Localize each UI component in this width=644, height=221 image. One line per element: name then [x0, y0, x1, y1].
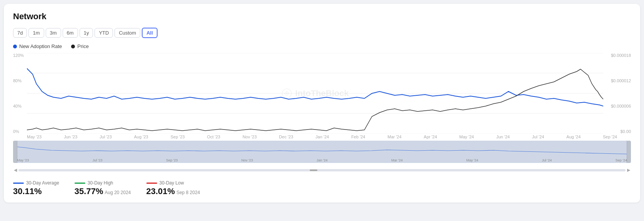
filter-btn-7d[interactable]: 7d: [13, 28, 27, 38]
filter-btn-1y[interactable]: 1y: [80, 28, 93, 38]
adoption-rate-label: New Adoption Rate: [19, 43, 62, 49]
page-title: Network: [13, 12, 631, 22]
price-dot: [71, 45, 75, 48]
filter-btn-3m[interactable]: 3m: [46, 28, 61, 38]
x-axis: May '23 Jun '23 Jul '23 Aug '23 Sep '23 …: [13, 134, 631, 139]
stat-average-label: 30-Day Average: [13, 180, 59, 186]
y-axis-left: 120% 80% 40% 0%: [13, 53, 27, 134]
filter-btn-ytd[interactable]: YTD: [95, 28, 113, 38]
stat-low: 30-Day Low 23.01%Sep 8 2024: [146, 180, 200, 196]
adoption-rate-dot: [13, 45, 17, 48]
filter-btn-custom[interactable]: Custom: [115, 28, 140, 38]
mini-handle-right[interactable]: [627, 141, 631, 163]
filter-btn-1m[interactable]: 1m: [28, 28, 44, 38]
main-chart-area: 120% 80% 40% 0% $0.000018 $0.000012 $0.0…: [13, 53, 631, 134]
price-label: Price: [77, 43, 89, 49]
chart-inner: IntoTheBlock: [27, 53, 603, 134]
stat-low-label: 30-Day Low: [146, 180, 200, 186]
stat-high-value: 35.77%Aug 20 2024: [75, 186, 131, 196]
mini-chart-area[interactable]: May '23 Jul '23 Sep '23 Nov '23 Jan '24 …: [13, 141, 631, 163]
scrollbar-track[interactable]: [18, 169, 626, 171]
stat-low-value: 23.01%Sep 8 2024: [146, 186, 200, 196]
stat-high-label: 30-Day High: [75, 180, 131, 186]
scrollbar-thumb[interactable]: [310, 169, 317, 171]
time-filters: 7d1m3m6m1yYTDCustomAll: [13, 28, 631, 38]
main-container: Network 7d1m3m6m1yYTDCustomAll New Adopt…: [4, 4, 640, 203]
y-axis-right: $0.000018 $0.000012 $0.000006 $0.00: [604, 53, 631, 134]
stat-average: 30-Day Average 30.11%: [13, 180, 59, 196]
main-chart-svg: [27, 53, 603, 134]
stat-high: 30-Day High 35.77%Aug 20 2024: [75, 180, 131, 196]
stat-low-line: [146, 183, 157, 184]
filter-btn-all[interactable]: All: [142, 28, 158, 38]
legend: New Adoption Rate Price: [13, 43, 631, 49]
filter-btn-6m[interactable]: 6m: [63, 28, 78, 38]
legend-price[interactable]: Price: [71, 43, 89, 49]
mini-handle-left[interactable]: [13, 141, 17, 163]
stat-average-line: [13, 183, 24, 184]
stat-high-line: [75, 183, 85, 184]
legend-adoption-rate[interactable]: New Adoption Rate: [13, 43, 62, 49]
stat-average-value: 30.11%: [13, 186, 59, 196]
stats-row: 30-Day Average 30.11% 30-Day High 35.77%…: [13, 178, 631, 196]
mini-selection: [17, 141, 627, 163]
scrollbar-area: ◀ ▶: [13, 168, 631, 173]
